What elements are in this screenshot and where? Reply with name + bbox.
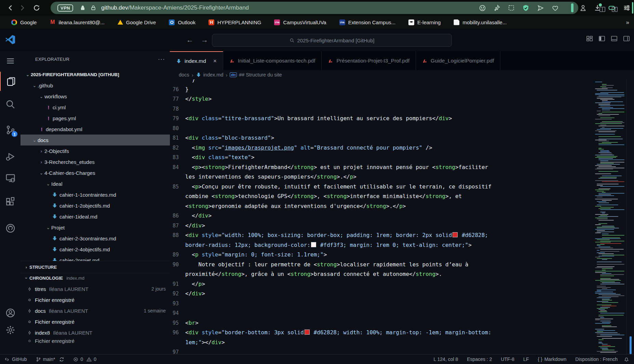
notifications-bell[interactable]: [624, 356, 629, 362]
code-line[interactable]: 76}: [170, 85, 594, 95]
url-bar[interactable]: VPN github.dev/Makerspace-Amiens/2025-Fi…: [51, 2, 578, 14]
menu-icon[interactable]: [0, 51, 21, 70]
code-line[interactable]: 96<div style="border-bottom: 3px solid #…: [170, 328, 594, 338]
code-line[interactable]: 86 </div>: [170, 211, 594, 221]
tree-item-cahier-1ideal-md[interactable]: cahier-1ideal.md: [21, 211, 170, 222]
code-line[interactable]: 81<div class="bloc-brassard">: [170, 133, 594, 143]
history-back-icon[interactable]: ←: [186, 36, 193, 44]
timeline-item[interactable]: Fichier enregistré: [21, 338, 170, 344]
code-line[interactable]: 83 <div class="texte">: [170, 153, 594, 163]
bookmark-item[interactable]: Google Drive: [111, 19, 163, 25]
remote-explorer-icon[interactable]: [0, 168, 21, 187]
explorer-files-icon[interactable]: [0, 72, 21, 91]
minimap[interactable]: [594, 80, 626, 354]
code-line[interactable]: 91 </p>: [170, 279, 594, 289]
tree-item-cahier-1-2objectifs-md[interactable]: cahier-1-2objectifs.md: [21, 200, 170, 211]
tree-item-cahier-2projet-md[interactable]: cahier-2projet.md: [21, 255, 170, 261]
tab-pr-sentation-projet-i3-prof-pdf[interactable]: Présentation-Projet-I3_Prof.pdf: [322, 51, 416, 70]
timeline-item[interactable]: titresIléana LAURENT2 jours: [21, 283, 170, 294]
github-icon[interactable]: [0, 219, 21, 238]
brave-shield-check-icon[interactable]: [522, 4, 529, 12]
code-line[interactable]: 1em;"></div>: [170, 338, 594, 348]
code-line[interactable]: 78: [170, 104, 594, 114]
bookmark-item[interactable]: UVaCampusVirtualUVa: [268, 19, 333, 25]
indentation[interactable]: Espaces : 2: [467, 356, 492, 362]
bookmark-item[interactable]: Mileana.laurent80@...: [43, 19, 111, 25]
toggle-panel-icon[interactable]: [611, 35, 618, 42]
bookmark-heart-icon[interactable]: [552, 4, 559, 12]
code-line[interactable]: 88<div style="width: 100%; box-sizing: b…: [170, 230, 594, 240]
command-center[interactable]: 2025-FirefighterArmband [GitHub]: [212, 34, 452, 47]
editor-layout-icon[interactable]: [611, 6, 618, 13]
lock-icon[interactable]: [90, 5, 96, 11]
tab-initial-liste-composants-tech-pdf[interactable]: Initial_Liste-composants-tech.pdf: [223, 51, 322, 70]
code-line[interactable]: 77</style>: [170, 94, 594, 104]
problems-indicator[interactable]: 0 0: [73, 356, 96, 362]
more-actions-icon[interactable]: ···: [624, 6, 631, 13]
tab-guide-logicielpompier-pdf[interactable]: Guide_LogicielPompier.pdf: [416, 51, 500, 70]
code-line[interactable]: combine <strong>technologie GPS</strong>…: [170, 192, 594, 201]
breadcrumb-item[interactable]: docs: [179, 72, 189, 78]
code-line[interactable]: 89 <p style="margin: 0; font-size: 1.1re…: [170, 250, 594, 260]
code-line[interactable]: proximité</strong>, grâce à un <strong>b…: [170, 269, 594, 279]
close-icon[interactable]: ×: [213, 58, 217, 65]
breadcrumb-item[interactable]: index.md: [196, 72, 224, 78]
rewards-smiley-icon[interactable]: [479, 4, 486, 12]
timeline-item[interactable]: Fichier enregistré: [21, 316, 170, 327]
code-line[interactable]: 80: [170, 124, 594, 134]
timeline-item[interactable]: Fichier enregistré: [21, 294, 170, 305]
bookmark-item[interactable]: HHYPERPLANNING: [202, 19, 268, 25]
code-line[interactable]: border-radius: 12px; background-color: #…: [170, 240, 594, 250]
scrollbar-thumb[interactable]: [630, 336, 632, 354]
layout-mode[interactable]: Disposition : French: [575, 356, 618, 362]
screenshot-select-icon[interactable]: [508, 4, 515, 11]
tree-item-2025-firefighterarmband-github-[interactable]: ⌄2025-FIREFIGHTERARMBAND [GITHUB]: [21, 69, 170, 80]
language-mode[interactable]: { }Markdown: [538, 356, 566, 362]
profile-icon[interactable]: [579, 4, 587, 12]
code-line[interactable]: <strong>ergonomie adaptée aux interventi…: [170, 201, 594, 211]
code-line[interactable]: 85 <p>Conçu pour être robuste, intuitif …: [170, 182, 594, 192]
cursor-position[interactable]: L 124, col 8: [433, 356, 458, 362]
tab-index-md[interactable]: index.md×: [170, 51, 223, 70]
account-icon[interactable]: [0, 303, 21, 322]
send-icon[interactable]: [537, 4, 544, 12]
section-timeline[interactable]: › CHRONOLOGIE index.md: [21, 272, 170, 283]
code-line[interactable]: 93: [170, 299, 594, 309]
toggle-primary-sidebar-icon[interactable]: [598, 35, 605, 42]
run-debug-icon[interactable]: [0, 147, 21, 166]
tree-item-projet[interactable]: ⌄Projet: [21, 222, 170, 233]
code-line[interactable]: 82 <img src="images/brasprojet.png" alt=…: [170, 143, 594, 153]
toggle-secondary-sidebar-icon[interactable]: [623, 35, 630, 42]
tree-item-docs[interactable]: ⌄docs: [21, 135, 170, 145]
bookmark-item[interactable]: mobility.unilasalle...: [447, 19, 513, 25]
code-line[interactable]: 79<div class="titre-brassard">Un brassar…: [170, 114, 594, 124]
code-line[interactable]: 94: [170, 308, 594, 318]
extensions-icon[interactable]: [0, 192, 21, 211]
tree-item-pages-yml[interactable]: !pages.yml: [21, 113, 170, 124]
tree-item--github[interactable]: ⌄.github: [21, 80, 170, 91]
sidebar-more-icon[interactable]: ···: [158, 56, 165, 63]
tree-item-cahier-2-3contraintes-md[interactable]: cahier-2-3contraintes.md: [21, 233, 170, 244]
bookmark-item[interactable]: E-learning: [402, 19, 447, 25]
code-line[interactable]: }: [170, 80, 594, 85]
section-structure[interactable]: › STRUCTURE: [21, 261, 170, 273]
bookmark-item[interactable]: Google: [5, 19, 43, 25]
tree-item-ideal[interactable]: ⌄Ideal: [21, 178, 170, 189]
bookmarks-overflow-icon[interactable]: »: [626, 19, 629, 26]
code-line[interactable]: 92</div>: [170, 289, 594, 299]
vpn-badge[interactable]: VPN: [57, 4, 73, 12]
code-line[interactable]: les interventions des sapeurs-pompiers</…: [170, 172, 594, 182]
tree-item-workflows[interactable]: ⌄workflows: [21, 91, 170, 102]
split-editor-icon[interactable]: [599, 6, 606, 13]
code-line[interactable]: 87</div>: [170, 221, 594, 231]
forward-icon[interactable]: [16, 2, 28, 14]
breadcrumb-item[interactable]: abc## Structure du site: [230, 72, 282, 78]
code-line[interactable]: 97: [170, 347, 594, 354]
pin-icon[interactable]: [494, 4, 500, 11]
tree-item-3-recherches-etudes[interactable]: ›3-Recherches_etudes: [21, 156, 170, 167]
timeline-item[interactable]: index8Iléana LAURENT: [21, 327, 170, 338]
tree-item-ci-yml[interactable]: !ci.yml: [21, 102, 170, 113]
history-forward-icon[interactable]: →: [201, 36, 208, 44]
tree-item-cahier-1-1contraintes-md[interactable]: cahier-1-1contraintes.md: [21, 189, 170, 200]
customize-layout-icon[interactable]: [586, 35, 593, 42]
